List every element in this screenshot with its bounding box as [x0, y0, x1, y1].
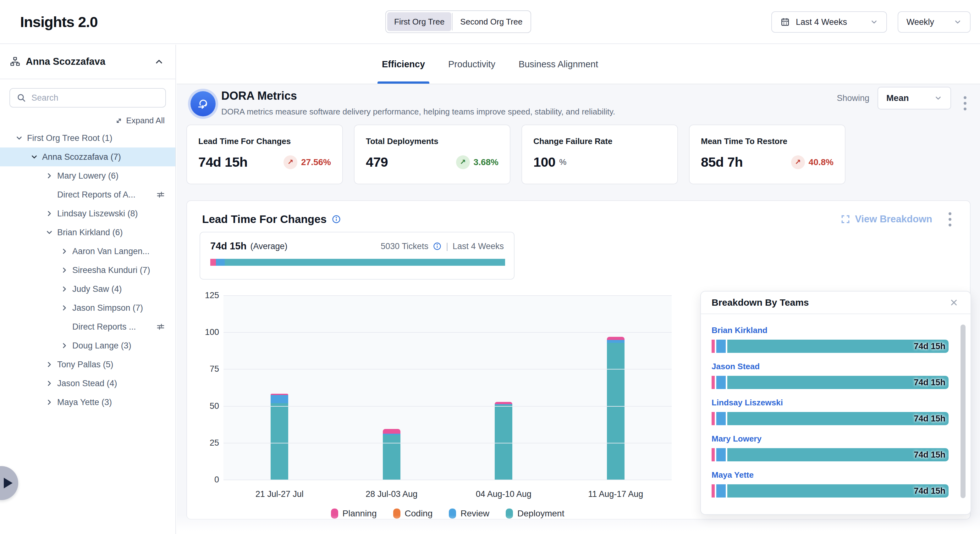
chevron-right-icon[interactable] — [45, 172, 57, 180]
chevron-right-icon[interactable] — [60, 341, 72, 350]
chart-x-axis: 21 Jul-27 Jul28 Jul-03 Aug04 Aug-10 Aug1… — [223, 489, 672, 499]
legend-item-coding: Coding — [393, 508, 433, 519]
sidebar-item-aaron-van-langen[interactable]: Aaron Van Langen... — [0, 242, 175, 261]
summary-bar-deployment — [225, 259, 505, 266]
team-row-lindsay-liszewski: Lindsay Liszewski74d 15h — [711, 398, 948, 425]
tree-item-label: Mary Lowery (6) — [57, 171, 118, 181]
sidebar-item-jason-stead-4[interactable]: Jason Stead (4) — [0, 374, 175, 393]
team-bar-review — [716, 340, 726, 353]
chevron-down-icon[interactable] — [45, 228, 57, 236]
sidebar-item-direct-reports[interactable]: Direct Reports ... — [0, 317, 175, 336]
chart-bar-slot — [223, 296, 336, 480]
sidebar-item-tony-pallas-5[interactable]: Tony Pallas (5) — [0, 355, 175, 374]
legend-swatch-deployment — [506, 508, 513, 519]
sidebar-item-brian-kirkland-6[interactable]: Brian Kirkland (6) — [0, 223, 175, 242]
org-tree-toggle-option-first-org-tree[interactable]: First Org Tree — [387, 12, 451, 31]
metric-card-value-row: 100% — [533, 155, 666, 170]
team-bar-deployment: 74d 15h — [727, 376, 948, 389]
date-range-value: Last 4 Weeks — [796, 17, 864, 27]
sidebar-item-jason-simpson-7[interactable]: Jason Simpson (7) — [0, 298, 175, 317]
search-icon — [16, 93, 26, 103]
sidebar: Anna Scozzafava Expand All First Org Tre… — [0, 45, 176, 534]
chevron-down-icon[interactable] — [30, 153, 42, 161]
filter-icon[interactable] — [156, 190, 165, 199]
showing-control: Showing Mean — [837, 87, 951, 110]
sidebar-item-direct-reports-of-a[interactable]: Direct Reports of A... — [0, 185, 175, 204]
sidebar-item-first-org-tree-root-1[interactable]: First Org Tree Root (1) — [0, 129, 175, 148]
chevron-right-icon[interactable] — [45, 360, 57, 368]
search-input[interactable] — [32, 93, 159, 103]
team-bar-value: 74d 15h — [914, 450, 945, 460]
team-stacked-bar: 74d 15h — [711, 484, 948, 497]
tree-item-label: Sireesha Kunduri (7) — [72, 265, 150, 275]
sidebar-item-sireesha-kunduri-7[interactable]: Sireesha Kunduri (7) — [0, 261, 175, 280]
sidebar-item-maya-yette-3[interactable]: Maya Yette (3) — [0, 393, 175, 412]
chevron-down-icon[interactable] — [15, 134, 27, 142]
team-row-jason-stead: Jason Stead74d 15h — [711, 362, 948, 389]
legend-swatch-planning — [331, 508, 338, 519]
sidebar-item-doug-lange-3[interactable]: Doug Lange (3) — [0, 336, 175, 355]
calendar-icon — [780, 17, 790, 27]
tree-item-label: Anna Scozzafava (7) — [42, 152, 121, 162]
summary-stacked-bar — [210, 259, 505, 266]
info-icon[interactable] — [433, 242, 442, 251]
metric-card-change-failure-rate: Change Failure Rate100% — [522, 124, 678, 184]
team-name-link[interactable]: Brian Kirkland — [711, 325, 768, 335]
chevron-right-icon[interactable] — [60, 304, 72, 312]
chart-bar-slot — [560, 296, 672, 480]
chevron-right-icon[interactable] — [60, 285, 72, 293]
info-icon[interactable] — [332, 215, 341, 224]
panel-scrollbar-thumb[interactable] — [961, 325, 966, 498]
expand-all-button[interactable]: Expand All — [115, 116, 165, 126]
chevron-right-icon[interactable] — [45, 398, 57, 406]
lead-time-title: Lead Time For Changes — [202, 213, 341, 225]
legend-item-planning: Planning — [331, 508, 377, 519]
chevron-right-icon[interactable] — [60, 266, 72, 274]
chart-y-axis: 0255075100125 — [187, 296, 219, 480]
summary-bar-planning — [210, 259, 216, 266]
sidebar-collapse-button[interactable] — [152, 55, 166, 69]
team-name-link[interactable]: Mary Lowery — [711, 434, 762, 444]
lead-time-card-header: Lead Time For Changes — [202, 212, 956, 227]
dora-subtitle: DORA metrics measure software delivery p… — [221, 107, 615, 117]
chevron-right-icon[interactable] — [60, 247, 72, 255]
showing-select[interactable]: Mean — [878, 87, 951, 110]
y-axis-tick-label: 25 — [187, 438, 219, 448]
view-breakdown-button[interactable]: View Breakdown — [840, 214, 932, 225]
chart-bar-11-aug-17-aug — [607, 337, 625, 480]
team-name-link[interactable]: Maya Yette — [711, 470, 754, 480]
team-name-link[interactable]: Jason Stead — [711, 362, 760, 371]
chevron-down-icon — [870, 18, 878, 26]
metric-card-delta: 27.56% — [301, 157, 331, 167]
metric-card-title: Change Failure Rate — [533, 137, 666, 146]
lead-time-menu-button[interactable] — [943, 212, 956, 227]
legend-swatch-coding — [393, 508, 401, 519]
summary-divider: | — [446, 242, 448, 251]
chevron-right-icon[interactable] — [45, 209, 57, 218]
metric-card-title: Total Deployments — [366, 137, 498, 146]
close-icon[interactable] — [948, 296, 960, 309]
metric-card-value: 479 — [366, 155, 388, 170]
team-bar-deployment: 74d 15h — [727, 448, 948, 461]
chevron-right-icon[interactable] — [45, 379, 57, 387]
granularity-select[interactable]: Weekly — [898, 11, 970, 33]
sidebar-item-lindsay-liszewski-8[interactable]: Lindsay Liszewski (8) — [0, 204, 175, 223]
legend-label: Coding — [405, 508, 433, 519]
gridline — [223, 406, 672, 406]
dora-menu-button[interactable] — [959, 92, 971, 115]
sidebar-item-judy-saw-4[interactable]: Judy Saw (4) — [0, 280, 175, 298]
tab-productivity[interactable]: Productivity — [446, 45, 497, 84]
tab-business-alignment[interactable]: Business Alignment — [517, 45, 600, 84]
team-name-link[interactable]: Lindsay Liszewski — [711, 398, 783, 408]
sidebar-item-anna-scozzafava-7[interactable]: Anna Scozzafava (7) — [0, 148, 175, 166]
org-tree-toggle-option-second-org-tree[interactable]: Second Org Tree — [453, 12, 529, 31]
metric-cards: Lead Time For Changes74d 15h↗27.56%Total… — [177, 124, 980, 184]
summary-meta: 5030 Tickets | Last 4 Weeks — [380, 242, 504, 251]
filter-icon[interactable] — [156, 322, 165, 332]
view-breakdown-label: View Breakdown — [855, 214, 932, 225]
team-bar-review — [716, 448, 726, 461]
team-bar-review — [716, 412, 726, 425]
sidebar-item-mary-lowery-6[interactable]: Mary Lowery (6) — [0, 166, 175, 185]
date-range-select[interactable]: Last 4 Weeks — [771, 11, 887, 33]
tab-efficiency[interactable]: Efficiency — [380, 45, 427, 84]
